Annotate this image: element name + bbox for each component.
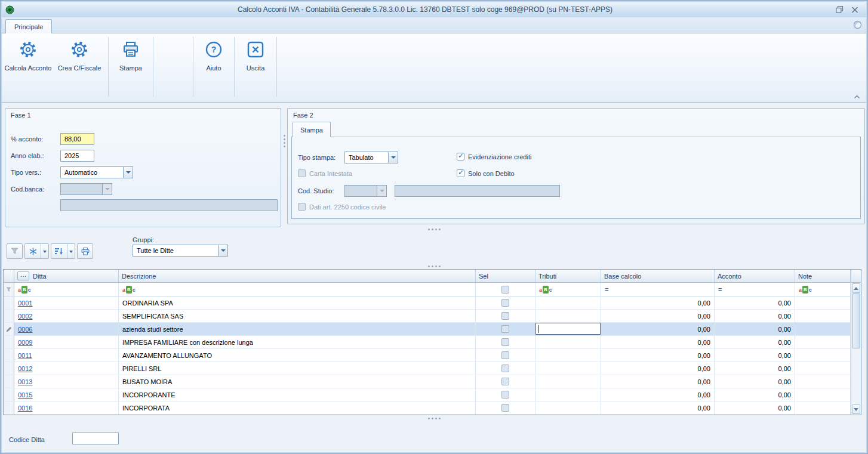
ditta-link[interactable]: 0011 bbox=[18, 352, 32, 359]
dropdown-arrow-button[interactable] bbox=[41, 244, 48, 258]
ditta-link[interactable]: 0006 bbox=[18, 326, 32, 333]
equals-filter-icon[interactable] bbox=[718, 286, 722, 293]
tributi-cell[interactable] bbox=[535, 297, 601, 310]
ditta-link[interactable]: 0001 bbox=[18, 299, 32, 307]
ribbon-style-button[interactable] bbox=[853, 20, 863, 30]
table-row[interactable]: 0001 ORDINARIA SPA 0,00 0,00 bbox=[4, 297, 851, 310]
tributi-cell[interactable] bbox=[535, 388, 601, 402]
filter-cell-acconto[interactable] bbox=[715, 283, 795, 297]
tributi-cell[interactable] bbox=[535, 323, 601, 336]
ditta-link[interactable]: 0012 bbox=[18, 365, 32, 372]
filter-cell-base-calcolo[interactable] bbox=[601, 283, 715, 297]
solo-con-debito-checkbox[interactable] bbox=[457, 169, 464, 177]
abc-filter-icon[interactable] bbox=[122, 286, 136, 294]
gruppi-input[interactable] bbox=[133, 245, 218, 257]
equals-filter-icon[interactable] bbox=[605, 286, 608, 293]
sel-checkbox[interactable] bbox=[501, 312, 509, 320]
sel-checkbox[interactable] bbox=[501, 391, 509, 399]
sel-checkbox[interactable] bbox=[501, 378, 509, 385]
column-header-acconto[interactable]: Acconto bbox=[715, 270, 795, 283]
table-row[interactable]: 0002 SEMPLIFICATA SAS 0,00 0,00 bbox=[4, 310, 851, 323]
dropdown-arrow-button[interactable] bbox=[67, 244, 75, 258]
ditta-link[interactable]: 0013 bbox=[18, 378, 32, 385]
column-header-sel[interactable]: Sel bbox=[476, 270, 535, 283]
abc-filter-icon[interactable] bbox=[539, 286, 552, 294]
sel-checkbox[interactable] bbox=[501, 365, 509, 372]
abc-filter-icon[interactable] bbox=[799, 286, 812, 294]
ditta-link[interactable]: 0015 bbox=[18, 391, 32, 399]
tab-stampa[interactable]: Stampa bbox=[293, 122, 331, 137]
ditta-link[interactable]: 0009 bbox=[18, 339, 32, 346]
sel-checkbox[interactable] bbox=[501, 299, 509, 307]
scroll-up-button[interactable] bbox=[852, 283, 860, 293]
solo-con-debito-checkbox-row[interactable]: Solo con Debito bbox=[457, 169, 515, 177]
ribbon-collapse-button[interactable] bbox=[852, 93, 861, 100]
abc-filter-icon[interactable] bbox=[18, 286, 31, 294]
uscita-button[interactable]: Uscita bbox=[236, 35, 275, 98]
sel-checkbox[interactable] bbox=[501, 351, 509, 359]
dropdown-arrow-button[interactable] bbox=[388, 152, 398, 163]
tipo-versamento-input[interactable] bbox=[60, 166, 123, 178]
aiuto-button[interactable]: ? Aiuto bbox=[195, 35, 233, 98]
restore-window-button[interactable] bbox=[835, 5, 844, 14]
close-window-button[interactable] bbox=[850, 5, 859, 14]
table-row[interactable]: 0011 AVANZAMENTO ALLUNGATO 0,00 0,00 bbox=[4, 349, 851, 362]
scroll-track[interactable] bbox=[851, 348, 861, 404]
customize-columns-button[interactable] bbox=[17, 271, 29, 280]
vertical-splitter[interactable] bbox=[281, 108, 287, 227]
table-row[interactable]: 0016 INCORPORATA 0,00 0,00 bbox=[4, 402, 851, 415]
percentuale-acconto-input[interactable] bbox=[60, 133, 94, 145]
dropdown-arrow-button[interactable] bbox=[218, 245, 228, 257]
crea-cfiscale-button[interactable]: Crea C/Fiscale bbox=[52, 35, 107, 98]
table-row[interactable]: 0013 BUSATO MOIRA 0,00 0,00 bbox=[4, 375, 851, 388]
table-row[interactable]: 0006 azienda studi settore 0,00 0,00 bbox=[4, 323, 851, 336]
group-expand-button[interactable] bbox=[24, 243, 49, 259]
tipo-stampa-combo[interactable] bbox=[344, 152, 398, 163]
sel-checkbox[interactable] bbox=[501, 338, 509, 346]
tributi-cell[interactable] bbox=[535, 349, 601, 362]
tributi-cell[interactable] bbox=[535, 375, 601, 388]
tab-principale[interactable]: Principale bbox=[5, 19, 52, 33]
table-row[interactable]: 0009 IMPRESA FAMILIARE con descrizione l… bbox=[4, 336, 851, 349]
evidenziazione-crediti-checkbox-row[interactable]: Evidenziazione crediti bbox=[457, 153, 531, 160]
scroll-down-button[interactable] bbox=[852, 404, 860, 414]
sel-checkbox[interactable] bbox=[501, 325, 509, 333]
tipo-stampa-input[interactable] bbox=[344, 152, 388, 163]
sort-button[interactable] bbox=[51, 243, 75, 259]
column-header-tributi[interactable]: Tributi bbox=[535, 270, 601, 283]
tributi-cell[interactable] bbox=[535, 362, 601, 375]
scroll-thumb[interactable] bbox=[852, 294, 860, 348]
table-row[interactable]: 0015 INCORPORANTE 0,00 0,00 bbox=[4, 388, 851, 402]
calcola-acconto-button[interactable]: Calcola Acconto bbox=[4, 35, 52, 98]
stampa-button[interactable]: Stampa bbox=[110, 35, 152, 98]
column-header-note[interactable]: Note bbox=[795, 270, 851, 283]
tributi-cell[interactable] bbox=[535, 402, 601, 415]
column-header-base-calcolo[interactable]: Base calcolo bbox=[601, 270, 715, 283]
tributi-cell[interactable] bbox=[535, 336, 601, 349]
gruppi-combo[interactable] bbox=[133, 245, 228, 257]
titlebar[interactable]: Calcolo Acconti IVA - Contabilità Genera… bbox=[2, 2, 866, 17]
ditta-link[interactable]: 0016 bbox=[18, 404, 32, 412]
filter-cell-note[interactable] bbox=[795, 283, 851, 297]
table-row[interactable]: 0012 PIRELLI SRL 0,00 0,00 bbox=[4, 362, 851, 375]
column-header-descrizione[interactable]: Descrizione bbox=[119, 270, 476, 283]
horizontal-splitter[interactable] bbox=[2, 415, 866, 421]
dropdown-arrow-button[interactable] bbox=[123, 166, 133, 178]
filter-cell-sel[interactable] bbox=[476, 283, 535, 297]
filter-cell-tributi[interactable] bbox=[535, 283, 601, 297]
column-header-ditta[interactable]: Ditta bbox=[14, 270, 119, 283]
app-icon[interactable] bbox=[5, 5, 15, 14]
horizontal-splitter[interactable] bbox=[2, 263, 866, 269]
tributi-editor[interactable] bbox=[535, 323, 601, 335]
filter-cell-ditta[interactable] bbox=[14, 283, 119, 297]
tipo-versamento-combo[interactable] bbox=[60, 166, 133, 178]
ditta-link[interactable]: 0002 bbox=[18, 313, 32, 320]
anno-elaborazione-input[interactable] bbox=[60, 150, 94, 162]
sel-checkbox[interactable] bbox=[501, 404, 509, 412]
print-grid-button[interactable] bbox=[77, 243, 93, 259]
tributi-cell[interactable] bbox=[535, 310, 601, 323]
horizontal-splitter[interactable] bbox=[2, 226, 866, 232]
codice-ditta-input[interactable] bbox=[72, 433, 119, 444]
vertical-scrollbar[interactable] bbox=[851, 270, 861, 415]
filter-cell-descrizione[interactable] bbox=[119, 283, 476, 297]
